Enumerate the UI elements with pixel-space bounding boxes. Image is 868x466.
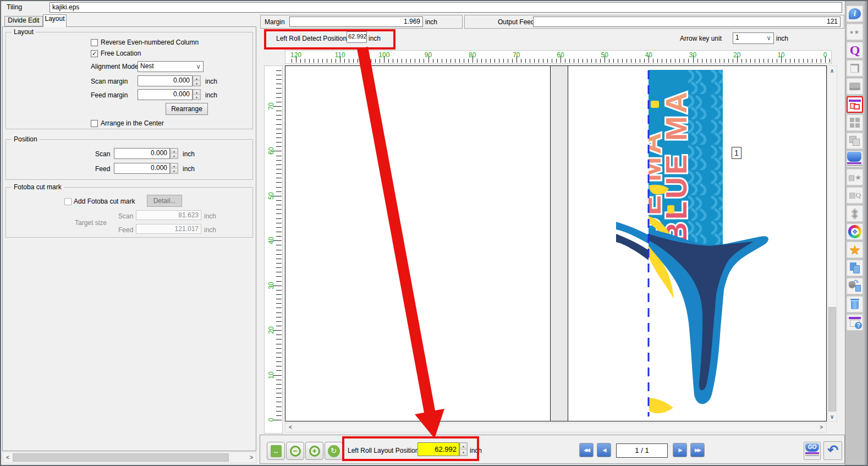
reverse-even-label: Reverse Even-numbered Column — [101, 39, 199, 46]
position-scan-stepper[interactable]: ▲▼ — [170, 148, 178, 159]
free-location-checkbox[interactable]: ✓ — [91, 50, 98, 57]
page-indicator[interactable]: 1 / 1 — [616, 443, 668, 458]
printer-icon — [849, 83, 860, 90]
artwork-preview[interactable]: BLUE MA BLUE MA — [616, 69, 782, 421]
position-feed-input[interactable]: 0.000 — [114, 163, 170, 174]
arrow-key-unit-label: Arrow key unit — [680, 35, 722, 42]
layout-group-title: Layout — [12, 28, 36, 36]
scan-margin-input[interactable]: 0.000 — [138, 75, 193, 86]
canvas-vscroll-thumb[interactable] — [828, 307, 836, 412]
target-size-label: Target size — [75, 219, 107, 227]
refresh-button[interactable]: ↻ — [325, 442, 343, 460]
arrow-key-unit-select[interactable]: 1 ∨ — [733, 32, 774, 44]
reverse-even-checkbox[interactable] — [91, 39, 98, 46]
output-feed-label: Output Feed — [498, 18, 535, 26]
job-queue-button[interactable]: ●★ — [847, 24, 863, 40]
tab-divide-edit[interactable]: Divide Edit — [4, 16, 43, 26]
margin-input[interactable]: 1.969 — [289, 17, 423, 27]
last-page-button[interactable]: ▶▶ — [690, 443, 705, 457]
scan-margin-stepper[interactable]: ▲▼ — [193, 75, 201, 86]
alignment-mode-select[interactable]: Nest ∨ — [138, 61, 204, 72]
zoom-out-button[interactable]: − — [286, 442, 304, 460]
feed-margin-stepper[interactable]: ▲▼ — [193, 89, 201, 100]
arrange-button[interactable]: ◈◈ — [847, 205, 863, 222]
arrange-center-checkbox[interactable] — [91, 120, 98, 127]
filename-field[interactable]: kajiki.eps — [50, 2, 842, 13]
position-feed-unit: inch — [183, 165, 195, 173]
scroll-up-icon[interactable]: ∧ — [830, 68, 834, 74]
position-feed-label: Feed — [95, 165, 110, 173]
position-scan-label: Scan — [95, 150, 110, 158]
window-edge — [865, 1, 868, 466]
next-page-button[interactable]: ▶ — [673, 443, 687, 457]
tiling-icon — [849, 99, 861, 110]
pages-icon — [849, 136, 860, 146]
layout-position-stepper[interactable]: ▲▼ — [459, 442, 468, 456]
go-button[interactable]: GO — [804, 442, 821, 460]
detect-position-unit: inch — [369, 35, 381, 42]
first-page-button[interactable]: ◀◀ — [579, 443, 594, 457]
alignment-mode-label: Alignment Mode — [91, 63, 139, 70]
layers-icon: ◈◈ — [851, 209, 858, 218]
backup-button[interactable]: ↷ — [847, 278, 863, 294]
go-icon: GO — [805, 443, 819, 452]
scroll-right-icon[interactable]: > — [250, 454, 253, 460]
window-mode-label: Tiling — [7, 3, 22, 11]
fotoba-scan-label: Scan — [118, 212, 133, 220]
prev-page-button[interactable]: ◀ — [597, 443, 611, 457]
chevron-down-icon: ∨ — [766, 34, 771, 42]
composite-button[interactable] — [847, 133, 863, 149]
favorite-save-button[interactable]: ▤★ — [847, 169, 863, 185]
add-fotoba-checkbox[interactable] — [64, 198, 72, 205]
info-button[interactable]: i — [847, 6, 863, 22]
zoom-in-button[interactable]: + — [305, 442, 323, 460]
layout-position-label: Left Roll Layout Position — [348, 447, 419, 454]
rearrange-button[interactable]: Rearrange — [166, 103, 208, 115]
undo-button[interactable]: ↶ — [823, 441, 842, 460]
left-panel-hscrollbar[interactable]: < > — [3, 452, 256, 463]
scroll-right-icon[interactable]: > — [820, 424, 823, 430]
execute-button[interactable] — [847, 151, 863, 167]
crop-icon — [850, 64, 859, 73]
add-fotoba-label: Add Fotoba cut mark — [74, 198, 135, 205]
help-button[interactable]: ? — [847, 314, 863, 331]
fotoba-scan-unit: inch — [204, 212, 216, 220]
quality-button[interactable]: Q — [847, 42, 863, 58]
horizontal-ruler: 1201101009080706050403020100 — [285, 50, 832, 64]
scroll-down-icon[interactable]: ∨ — [830, 414, 834, 420]
favorite-apply-button[interactable]: ▤Q — [847, 187, 863, 204]
step-repeat-button[interactable] — [847, 114, 863, 131]
go-icon — [847, 152, 862, 166]
favorite-button[interactable]: ★ — [847, 242, 863, 258]
fotoba-feed-label: Feed — [118, 226, 133, 234]
fit-view-button[interactable]: ↔ — [267, 442, 285, 460]
arrow-key-unit-text: inch — [776, 35, 788, 42]
delete-button[interactable] — [847, 296, 863, 313]
artwork-letters: BLUE MA — [660, 89, 693, 244]
refresh-icon: ↻ — [328, 445, 340, 457]
position-feed-stepper[interactable]: ▲▼ — [170, 163, 178, 174]
detect-position-label: Left Roll Detect Position — [276, 35, 347, 42]
trash-icon — [850, 299, 860, 310]
tab-layout[interactable]: Layout — [43, 14, 67, 27]
left-panel-hscroll-thumb[interactable] — [13, 453, 229, 462]
detect-position-input[interactable]: 62.992 — [347, 31, 367, 43]
canvas-hscrollbar[interactable]: < > — [285, 423, 827, 432]
print-setup-button[interactable] — [847, 78, 863, 95]
layout-position-unit: inch — [470, 447, 482, 454]
scroll-left-icon[interactable]: < — [289, 424, 292, 430]
fit-width-icon: ↔ — [271, 445, 282, 457]
position-scan-input[interactable]: 0.000 — [114, 148, 170, 159]
undo-icon: ↶ — [827, 442, 838, 457]
feed-margin-input[interactable]: 0.000 — [138, 89, 193, 100]
fotoba-feed-unit: inch — [204, 226, 216, 234]
canvas-vscrollbar[interactable]: ∧ ∨ — [827, 65, 837, 422]
duplicate-button[interactable] — [847, 260, 863, 276]
output-feed-input[interactable]: 121 — [533, 17, 840, 27]
scroll-left-icon[interactable]: < — [6, 454, 9, 460]
color-adjust-button[interactable]: ✥ — [847, 223, 863, 240]
crop-button[interactable] — [847, 60, 863, 76]
layout-position-input[interactable]: 62.992 — [417, 442, 459, 456]
fotoba-detail-button[interactable]: Detail... — [147, 195, 182, 207]
tiling-tool-button[interactable] — [847, 96, 863, 113]
